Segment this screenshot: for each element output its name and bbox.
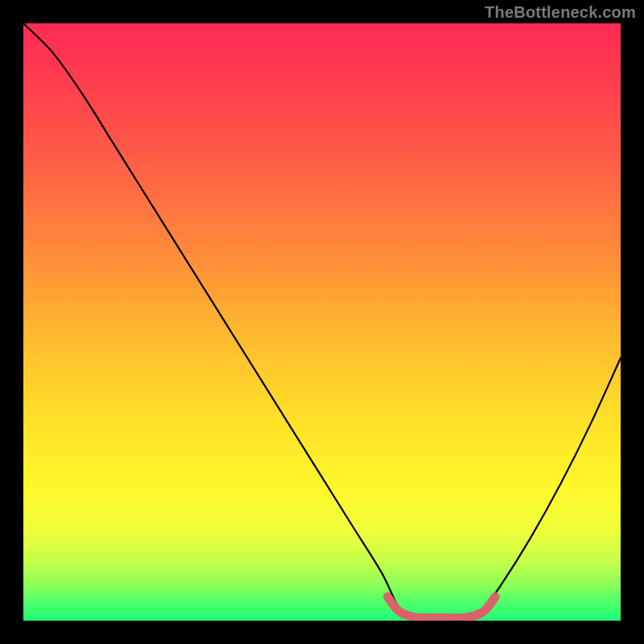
watermark-text: TheBottleneck.com bbox=[485, 3, 636, 22]
bottleneck-curve bbox=[23, 23, 621, 621]
optimal-range-highlight bbox=[388, 597, 496, 618]
chart-svg bbox=[23, 23, 621, 621]
chart-frame: TheBottleneck.com bbox=[0, 0, 644, 644]
